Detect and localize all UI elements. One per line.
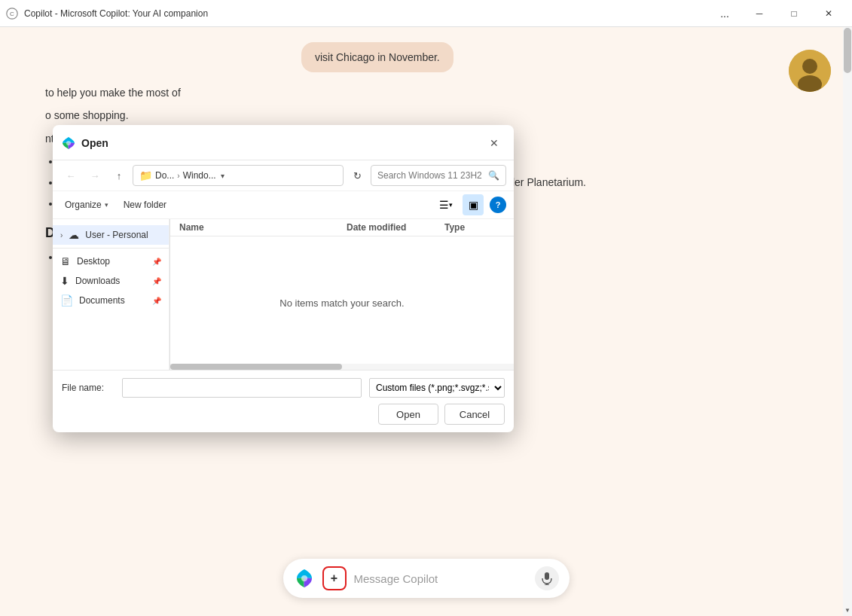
app-title: Copilot - Microsoft Copilot: Your AI com… bbox=[24, 8, 208, 19]
help-button[interactable]: ? bbox=[490, 197, 506, 213]
dialog-sidebar: › ☁ User - Personal 🖥 Desktop 📌 ⬇ Downlo… bbox=[53, 219, 169, 370]
input-bar-container: + Message Copilot bbox=[283, 559, 570, 598]
col-name-header: Name bbox=[179, 222, 347, 233]
svg-text:C: C bbox=[10, 11, 14, 17]
documents-icon: 📄 bbox=[60, 294, 73, 306]
dialog-title-text: Open bbox=[81, 137, 108, 149]
dialog-footer: File name: Custom files (*.png;*.svgz;*.… bbox=[53, 370, 514, 432]
filetype-select[interactable]: Custom files (*.png;*.svgz;*.svg bbox=[369, 378, 505, 398]
sidebar-item-downloads[interactable]: ⬇ Downloads 📌 bbox=[53, 271, 169, 291]
footer-filename-row: File name: Custom files (*.png;*.svgz;*.… bbox=[62, 378, 505, 398]
dialog-body: › ☁ User - Personal 🖥 Desktop 📌 ⬇ Downlo… bbox=[53, 219, 514, 370]
cloud-icon: ☁ bbox=[69, 229, 79, 241]
window-controls: ... ─ □ ✕ bbox=[707, 0, 846, 27]
nav-refresh-button[interactable]: ↻ bbox=[347, 165, 368, 186]
file-area-scrollbar[interactable] bbox=[170, 364, 514, 370]
breadcrumb-dropdown-icon[interactable]: ▾ bbox=[221, 172, 224, 180]
pin-icon-desktop: 📌 bbox=[152, 258, 161, 266]
list-view-icon: ☰ bbox=[439, 199, 449, 211]
close-button[interactable]: ✕ bbox=[811, 0, 846, 27]
maximize-button[interactable]: □ bbox=[777, 0, 811, 27]
sidebar-item-user-personal[interactable]: › ☁ User - Personal bbox=[53, 225, 169, 245]
dialog-title-left: Open bbox=[62, 136, 108, 150]
thumbnail-icon: ▣ bbox=[469, 199, 478, 211]
user-bubble-text: visit Chicago in November. bbox=[315, 51, 440, 63]
col-type-header: Type bbox=[444, 222, 505, 233]
copilot-logo-icon bbox=[294, 568, 315, 589]
nav-up-button[interactable]: ↑ bbox=[108, 165, 130, 186]
scroll-thumb[interactable] bbox=[844, 28, 851, 73]
user-chat-bubble: visit Chicago in November. bbox=[301, 42, 453, 72]
input-bar: + Message Copilot bbox=[283, 559, 570, 598]
search-input[interactable] bbox=[377, 170, 485, 181]
new-folder-button[interactable]: New folder bbox=[119, 197, 171, 213]
new-folder-label: New folder bbox=[124, 200, 166, 210]
assistant-mid-text: o some shopping. bbox=[45, 107, 798, 124]
add-attachment-button[interactable]: + bbox=[322, 566, 347, 590]
dialog-close-button[interactable]: ✕ bbox=[484, 133, 505, 154]
dialog-nav-bar: ← → ↑ 📁 Do... › Windo... ▾ ↻ 🔍 bbox=[53, 160, 514, 191]
sidebar-divider bbox=[53, 248, 169, 249]
minimize-button[interactable]: ─ bbox=[742, 0, 777, 27]
footer-buttons: Open Cancel bbox=[62, 404, 505, 425]
pin-icon-documents: 📌 bbox=[152, 297, 161, 305]
open-button[interactable]: Open bbox=[378, 404, 438, 425]
sidebar-label-user-personal: User - Personal bbox=[85, 230, 161, 240]
organize-button[interactable]: Organize ▾ bbox=[60, 197, 113, 213]
more-options-button[interactable]: ... bbox=[707, 0, 742, 27]
breadcrumb-part2: Windo... bbox=[183, 170, 216, 181]
organize-dropdown-icon: ▾ bbox=[105, 201, 108, 209]
sidebar-label-downloads: Downloads bbox=[75, 276, 146, 286]
microphone-button[interactable] bbox=[535, 566, 559, 590]
thumbnail-view-button[interactable]: ▣ bbox=[463, 194, 484, 215]
sidebar-item-documents[interactable]: 📄 Documents 📌 bbox=[53, 291, 169, 310]
sidebar-label-documents: Documents bbox=[79, 295, 146, 306]
scrollbar[interactable]: ▲ ▼ bbox=[843, 27, 852, 616]
folder-icon: 📁 bbox=[139, 169, 152, 181]
dialog-title-bar: Open ✕ bbox=[53, 125, 514, 160]
svg-point-5 bbox=[66, 141, 71, 145]
main-content: ▲ ▼ visit Chicago in November. to help y… bbox=[0, 27, 852, 616]
plus-icon: + bbox=[331, 572, 337, 585]
open-file-dialog: Open ✕ ← → ↑ 📁 Do... › Windo... ▾ ↻ 🔍 bbox=[53, 125, 514, 432]
view-dropdown-icon: ▾ bbox=[449, 201, 453, 209]
nav-back-button[interactable]: ← bbox=[60, 165, 81, 186]
message-input[interactable]: Message Copilot bbox=[354, 572, 527, 585]
scroll-down-arrow[interactable]: ▼ bbox=[843, 604, 852, 616]
mic-icon bbox=[540, 572, 554, 585]
filename-label: File name: bbox=[62, 383, 115, 393]
sidebar-item-desktop[interactable]: 🖥 Desktop 📌 bbox=[53, 252, 169, 271]
breadcrumb-part1: Do... bbox=[155, 170, 174, 181]
col-date-header: Date modified bbox=[347, 222, 444, 233]
organize-label: Organize bbox=[65, 200, 102, 210]
nav-forward-button[interactable]: → bbox=[84, 165, 105, 186]
svg-point-6 bbox=[301, 575, 307, 581]
breadcrumb-separator1: › bbox=[177, 172, 179, 180]
file-area-scrollbar-thumb[interactable] bbox=[170, 364, 342, 370]
sidebar-label-desktop: Desktop bbox=[77, 256, 146, 267]
breadcrumb-bar[interactable]: 📁 Do... › Windo... ▾ bbox=[133, 165, 344, 186]
copilot-app-icon: C bbox=[6, 8, 18, 20]
file-list-empty-message: No items match your search. bbox=[170, 236, 514, 370]
dialog-toolbar: Organize ▾ New folder ☰ ▾ ▣ ? bbox=[53, 191, 514, 219]
expand-icon: › bbox=[60, 231, 63, 239]
title-bar-left: C Copilot - Microsoft Copilot: Your AI c… bbox=[6, 8, 208, 20]
title-bar: C Copilot - Microsoft Copilot: Your AI c… bbox=[0, 0, 852, 27]
pin-icon-downloads: 📌 bbox=[152, 277, 161, 285]
filename-input[interactable] bbox=[122, 378, 362, 398]
cancel-button[interactable]: Cancel bbox=[444, 404, 505, 425]
desktop-icon: 🖥 bbox=[60, 255, 71, 267]
svg-rect-7 bbox=[545, 572, 549, 580]
file-list-header: Name Date modified Type bbox=[170, 219, 514, 236]
downloads-icon: ⬇ bbox=[60, 275, 69, 287]
search-box[interactable]: 🔍 bbox=[371, 165, 506, 186]
dialog-file-area: Name Date modified Type No items match y… bbox=[170, 219, 514, 370]
dialog-copilot-icon bbox=[62, 136, 75, 150]
search-icon[interactable]: 🔍 bbox=[488, 170, 499, 181]
list-view-button[interactable]: ☰ ▾ bbox=[435, 194, 457, 215]
assistant-intro-text: to help you make the most of bbox=[45, 84, 798, 101]
